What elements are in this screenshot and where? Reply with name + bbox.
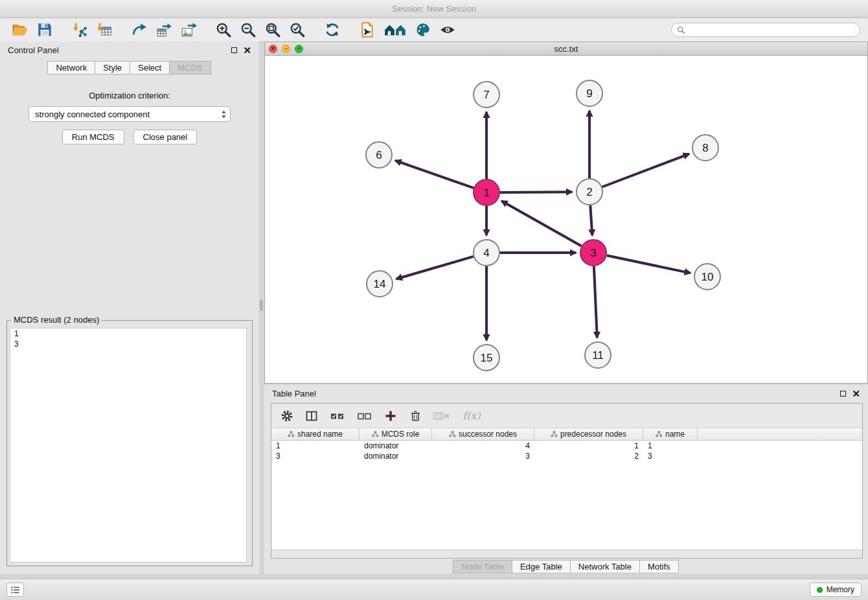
table-row[interactable]: 3dominator323: [271, 451, 862, 461]
delete-row-button[interactable]: [407, 408, 423, 424]
close-panel-icon[interactable]: ✕: [243, 45, 251, 55]
graph-edge[interactable]: [396, 257, 474, 279]
select-all-button[interactable]: [328, 408, 347, 424]
tab-select[interactable]: Select: [130, 61, 170, 75]
result-item[interactable]: 1: [10, 329, 246, 339]
graph-node[interactable]: 14: [367, 271, 393, 297]
graph-node[interactable]: 15: [474, 345, 499, 371]
export-table-button[interactable]: [152, 20, 176, 40]
graph-node[interactable]: 9: [577, 80, 602, 106]
export-network-button[interactable]: [127, 20, 152, 40]
style-palette-button[interactable]: [411, 20, 435, 40]
svg-text:10: 10: [702, 271, 714, 283]
svg-text:3: 3: [590, 247, 596, 259]
mcds-result-title: MCDS result (2 nodes): [11, 315, 102, 325]
show-columns-button[interactable]: [304, 408, 319, 424]
table-body: 1dominator4113dominator323: [271, 441, 862, 461]
tab-style[interactable]: Style: [95, 61, 130, 75]
graph-edge[interactable]: [590, 205, 592, 235]
trash-icon: [409, 410, 422, 422]
import-network-icon: [71, 21, 88, 38]
add-row-button[interactable]: [383, 408, 398, 424]
float-window-icon[interactable]: [231, 47, 237, 53]
graph-node[interactable]: 2: [577, 179, 602, 205]
tab-motifs[interactable]: Motifs: [639, 560, 679, 573]
search-input[interactable]: [689, 25, 854, 34]
tab-network[interactable]: Network: [47, 61, 95, 75]
table-hscrollbar[interactable]: [271, 549, 862, 558]
graph-node[interactable]: 10: [694, 264, 720, 290]
column-header-name[interactable]: name: [643, 428, 698, 440]
tab-network-table[interactable]: Network Table: [570, 560, 640, 573]
function-builder-button[interactable]: f(x): [461, 408, 483, 424]
window-zoom-icon[interactable]: +: [295, 45, 303, 53]
import-table-button[interactable]: [92, 20, 117, 40]
graph-edge[interactable]: [607, 255, 691, 273]
zoom-selected-button[interactable]: [285, 20, 310, 40]
refresh-layout-button[interactable]: [320, 20, 345, 40]
graph-edge[interactable]: [396, 161, 474, 188]
deselect-all-button[interactable]: [356, 408, 374, 424]
column-header-successor-nodes[interactable]: successor nodes: [432, 428, 534, 440]
zoom-in-button[interactable]: [211, 20, 236, 40]
graph-node[interactable]: 7: [474, 82, 499, 108]
graph-node[interactable]: 1: [474, 179, 499, 205]
deselect-all-icon: [356, 410, 373, 422]
delete-column-icon: [433, 410, 451, 422]
list-icon: [10, 586, 20, 594]
table-row[interactable]: 1dominator411: [271, 441, 862, 451]
delete-column-button[interactable]: [432, 408, 451, 424]
zoom-fit-button[interactable]: [260, 20, 285, 40]
graph-edge[interactable]: [500, 192, 572, 192]
table-cell: dominator: [360, 451, 432, 461]
settings-gear-button[interactable]: [279, 408, 295, 424]
column-header-shared-name[interactable]: shared name: [271, 428, 360, 440]
window-close-icon[interactable]: ✕: [269, 45, 277, 53]
memory-button[interactable]: Memory: [810, 583, 862, 597]
graph-edge[interactable]: [594, 266, 597, 338]
table-cell: 3: [643, 451, 698, 461]
clone-network-button[interactable]: [355, 20, 380, 40]
window-titlebar: Session: New Session: [0, 0, 868, 18]
zoom-out-button[interactable]: [236, 20, 260, 40]
clone-network-icon: [359, 21, 376, 38]
svg-text:14: 14: [374, 278, 386, 290]
tab-mcds[interactable]: MCDS: [169, 61, 211, 75]
graph-node[interactable]: 11: [585, 342, 611, 368]
export-image-button[interactable]: [176, 20, 201, 40]
window-minimize-icon[interactable]: −: [282, 45, 290, 53]
graph-node[interactable]: 4: [474, 240, 499, 266]
column-type-icon: [288, 431, 295, 437]
close-panel-icon[interactable]: ✕: [852, 389, 860, 398]
column-header-predecessor-nodes[interactable]: predecessor nodes: [534, 428, 643, 440]
style-palette-icon: [415, 21, 431, 38]
save-session-button[interactable]: [32, 20, 57, 40]
table-cell: dominator: [360, 441, 432, 451]
open-session-button[interactable]: [8, 20, 32, 40]
home-layout-button[interactable]: [380, 20, 411, 40]
tab-node-table[interactable]: Node Table: [453, 560, 512, 573]
graph-edge[interactable]: [602, 154, 689, 187]
show-hide-button[interactable]: [435, 20, 460, 40]
graph-edge[interactable]: [502, 201, 582, 246]
graph-node[interactable]: 6: [366, 142, 392, 168]
import-network-button[interactable]: [67, 20, 92, 40]
control-panel-tabs: NetworkStyleSelectMCDS: [0, 61, 259, 75]
criterion-dropdown[interactable]: strongly connected component: [29, 106, 231, 122]
network-window-title: scc.txt: [265, 44, 867, 54]
search-box[interactable]: [671, 23, 860, 37]
close-panel-button[interactable]: Close panel: [133, 130, 198, 144]
float-window-icon[interactable]: [840, 391, 846, 397]
task-history-button[interactable]: [6, 583, 24, 597]
graph-node[interactable]: 3: [580, 240, 606, 266]
run-mcds-button[interactable]: Run MCDS: [62, 130, 124, 144]
result-item[interactable]: 3: [10, 339, 246, 349]
mcds-result-list[interactable]: 13: [10, 328, 247, 562]
network-graph[interactable]: 7968124314101511: [265, 56, 867, 382]
panel-divider-handle[interactable]: [260, 299, 263, 311]
tab-edge-table[interactable]: Edge Table: [512, 560, 571, 573]
optimization-criterion-label: Optimization criterion:: [0, 91, 259, 100]
column-header-MCDS-role[interactable]: MCDS role: [360, 428, 432, 440]
home-icon: [383, 21, 407, 38]
graph-node[interactable]: 8: [692, 135, 718, 161]
